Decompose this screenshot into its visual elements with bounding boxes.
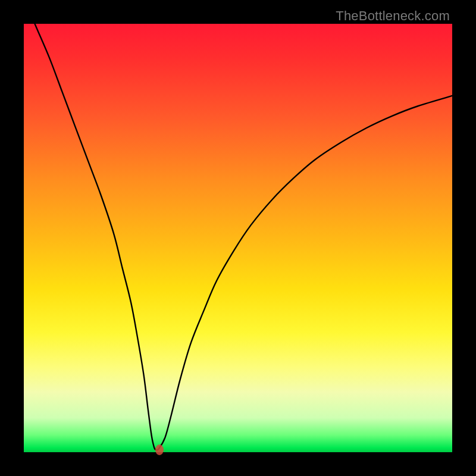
plot-area <box>24 24 452 452</box>
chart-frame: TheBottleneck.com <box>0 0 476 476</box>
bottleneck-curve <box>24 24 452 452</box>
watermark-text: TheBottleneck.com <box>336 8 450 24</box>
optimal-point-marker <box>155 444 164 455</box>
